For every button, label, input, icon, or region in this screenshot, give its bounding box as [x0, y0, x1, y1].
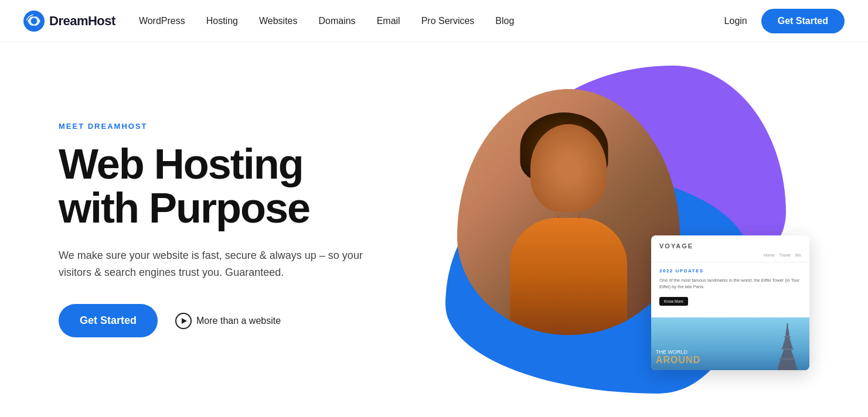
card-body: 2022 UPDATES One of the most famous land…	[651, 262, 809, 318]
logo[interactable]: DreamHost	[23, 11, 115, 32]
svg-rect-8	[780, 358, 795, 360]
svg-rect-7	[784, 336, 791, 337]
card-image-area: THE WORLD AROUND	[651, 317, 809, 370]
nav-item-websites[interactable]: Websites	[259, 16, 298, 26]
meet-label: MEET DREAMHOST	[59, 122, 410, 131]
hero-visual: VOYAGE Home Travel Bio 2022 UPDATES One …	[410, 54, 821, 405]
more-than-label: More than a website	[196, 316, 281, 326]
navbar: DreamHost WordPress Hosting Websites Dom…	[0, 0, 868, 42]
card-site-name: VOYAGE	[659, 242, 801, 249]
login-link[interactable]: Login	[724, 16, 747, 26]
card-description: One of the most famous landmarks in the …	[659, 277, 801, 290]
nav-right: Login Get Started	[724, 9, 845, 33]
hero-title-line2: with Purpose	[59, 184, 309, 231]
more-than-link[interactable]: More than a website	[175, 313, 281, 329]
hero-content: MEET DREAMHOST Web Hosting with Purpose …	[59, 122, 410, 338]
card-nav-travel: Travel	[780, 253, 791, 257]
hero-title: Web Hosting with Purpose	[59, 142, 410, 231]
card-tag: 2022 UPDATES	[659, 268, 801, 274]
person-body	[510, 218, 627, 335]
brand-name: DreamHost	[49, 13, 115, 29]
play-triangle	[182, 318, 187, 324]
get-started-nav-button[interactable]: Get Started	[761, 9, 845, 33]
hero-title-line1: Web Hosting	[59, 141, 303, 187]
nav-item-domains[interactable]: Domains	[318, 16, 355, 26]
svg-point-1	[31, 18, 38, 24]
eiffel-tower-icon	[774, 323, 801, 370]
nav-item-pro-services[interactable]: Pro Services	[421, 16, 475, 26]
nav-item-blog[interactable]: Blog	[495, 16, 514, 26]
card-around: AROUND	[656, 355, 700, 365]
nav-item-hosting[interactable]: Hosting	[206, 16, 238, 26]
dreamhost-logo-icon	[23, 11, 45, 32]
hero-subtitle: We make sure your website is fast, secur…	[59, 247, 363, 281]
card-the-world: THE WORLD	[656, 349, 700, 355]
card-header: VOYAGE Home Travel Bio	[651, 235, 809, 262]
nav-links: WordPress Hosting Websites Domains Email…	[139, 16, 724, 26]
person-head	[530, 124, 607, 212]
get-started-hero-button[interactable]: Get Started	[59, 304, 158, 337]
person-silhouette	[457, 89, 680, 335]
hero-section: MEET DREAMHOST Web Hosting with Purpose …	[0, 42, 868, 417]
svg-marker-2	[777, 350, 798, 370]
play-icon	[175, 313, 192, 329]
card-nav: Home Travel Bio	[659, 253, 801, 257]
website-card: VOYAGE Home Travel Bio 2022 UPDATES One …	[651, 235, 809, 371]
card-nav-home: Home	[764, 253, 775, 257]
card-world-text: THE WORLD AROUND	[656, 349, 700, 365]
nav-item-email[interactable]: Email	[377, 16, 400, 26]
card-nav-bio: Bio	[795, 253, 801, 257]
nav-item-wordpress[interactable]: WordPress	[139, 16, 185, 26]
svg-rect-6	[781, 348, 794, 350]
card-know-more: Know More	[659, 297, 688, 306]
person-photo	[457, 89, 680, 335]
svg-rect-5	[787, 323, 788, 327]
hero-actions: Get Started More than a website	[59, 304, 410, 337]
